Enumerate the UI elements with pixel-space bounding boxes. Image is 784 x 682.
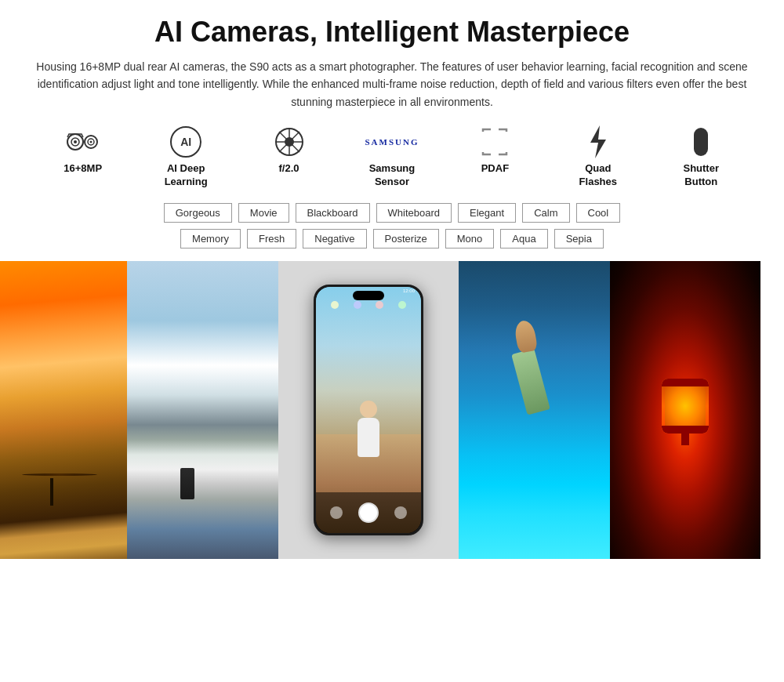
pdaf-bracket-icon [479,126,510,158]
features-row: 16+8MP AI AI DeepLearning f/2.0 [24,126,760,189]
aperture-icon [274,126,305,158]
filter-fresh[interactable]: Fresh [247,229,296,248]
main-container: AI Cameras, Intelligent Masterpiece Hous… [0,0,784,248]
filter-negative[interactable]: Negative [303,229,366,248]
page-title: AI Cameras, Intelligent Masterpiece [24,16,760,49]
feature-samsung: SAMSUNG SamsungSensor [345,126,439,189]
photos-row: 12:00 DOOGEE [0,261,760,559]
feature-pdaf: PDAF [448,126,542,176]
svg-point-5 [89,141,92,143]
filter-whiteboard[interactable]: Whiteboard [376,203,452,223]
svg-point-11 [285,137,294,147]
photo-water [459,261,609,559]
feature-megapixel: 16+8MP [36,126,130,176]
filter-aqua[interactable]: Aqua [500,229,547,248]
filter-calm[interactable]: Calm [522,203,569,223]
feature-pdaf-label: PDAF [481,162,509,176]
feature-aperture: f/2.0 [242,126,336,176]
feature-megapixel-label: 16+8MP [64,162,102,176]
filter-mono[interactable]: Mono [445,229,495,248]
filters-row-2: Memory Fresh Negative Posterize Mono Aqu… [31,229,753,248]
filters-section: Gorgeous Movie Blackboard Whiteboard Ele… [31,203,753,248]
filter-blackboard[interactable]: Blackboard [296,203,370,223]
photo-desert [0,261,127,559]
feature-samsung-label: SamsungSensor [369,162,416,189]
photo-mountain [127,261,278,559]
camera-dual-icon [66,126,100,158]
filter-movie[interactable]: Movie [238,203,289,223]
feature-aperture-label: f/2.0 [279,162,299,176]
filter-gorgeous[interactable]: Gorgeous [164,203,232,223]
filter-cool[interactable]: Cool [576,203,621,223]
samsung-logo-icon: SAMSUNG [365,126,419,158]
page-description: Housing 16+8MP dual rear AI cameras, the… [31,58,753,111]
filter-elegant[interactable]: Elegant [458,203,516,223]
photo-phone-center: 12:00 DOOGEE [278,261,459,559]
ai-circle-icon: AI [170,126,201,158]
svg-marker-12 [590,125,606,158]
svg-point-2 [74,140,77,143]
shutter-pill-icon [694,126,708,158]
feature-shutter: ShutterButton [654,126,748,189]
feature-ai-label: AI DeepLearning [165,162,208,189]
feature-shutter-label: ShutterButton [683,162,719,189]
feature-ai: AI AI DeepLearning [139,126,233,189]
feature-quad-flash-label: QuadFlashes [579,162,617,189]
filters-row-1: Gorgeous Movie Blackboard Whiteboard Ele… [31,203,753,223]
filter-sepia[interactable]: Sepia [554,229,604,248]
photo-lantern [610,261,760,559]
lightning-icon [587,126,609,158]
filter-memory[interactable]: Memory [180,229,241,248]
feature-quad-flash: QuadFlashes [551,126,645,189]
filter-posterize[interactable]: Posterize [373,229,439,248]
